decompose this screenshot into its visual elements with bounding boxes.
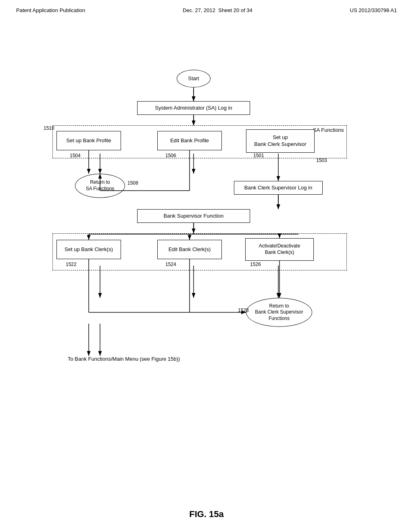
bcs-login-node: Bank Clerk Supervisor Log in [234,181,323,195]
label-1501: 1501 [253,153,264,158]
label-1506: 1506 [165,153,176,158]
header-left: Patent Application Publication [16,7,85,13]
set-up-bcs-node: Set up Bank Clerk Supervisor [246,129,315,153]
label-1508: 1508 [127,180,138,186]
label-1503: 1503 [316,158,327,163]
return-bcs-node: Return to Bank Clerk Supervisor Function… [246,298,312,327]
header-center: Dec. 27, 2012 Sheet 20 of 34 [183,7,252,13]
header-right: US 2012/330798 A1 [350,7,397,13]
activate-deactivate-node: Activate/Deactivate Bank Clerk(s) [245,238,314,261]
label-1528: 1528 [238,308,249,313]
label-1504: 1504 [70,153,81,158]
edit-bank-profile-node: Edit Bank Profile [157,131,222,150]
sa-login-node: System Administrator (SA) Log in [137,101,250,115]
label-1526: 1526 [250,262,261,267]
to-bank-functions-label: To Bank Functions/Main Menu (see Figure … [68,356,180,362]
set-up-bank-profile-node: Set up Bank Profile [56,131,121,150]
fig-caption: FIG. 15a [0,509,413,520]
label-1524: 1524 [165,262,176,267]
edit-bank-clerks-node: Edit Bank Clerk(s) [157,240,222,259]
label-1522: 1522 [66,262,77,267]
sa-functions-label: SA Functions [313,127,344,133]
diagram: Start 1500 System Administrator (SA) Log… [0,17,413,501]
start-node: Start [177,70,211,87]
bank-supervisor-function-node: Bank Supervisor Function [137,209,250,223]
label-1510: 1510 [44,125,54,131]
page-header: Patent Application Publication Dec. 27, … [0,0,413,13]
set-up-bank-clerks-node: Set up Bank Clerk(s) [56,240,121,259]
return-sa-node: Return to SA Functions [75,174,125,198]
